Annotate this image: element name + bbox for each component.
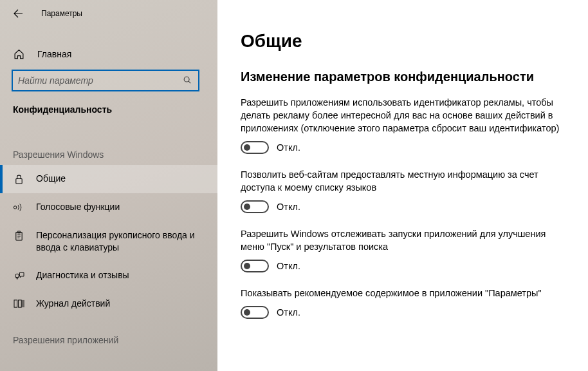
toggle-state-label: Откл. [277, 142, 300, 153]
toggle-language-list[interactable] [241, 200, 269, 213]
svg-rect-11 [18, 300, 21, 307]
svg-rect-2 [15, 178, 21, 184]
toggle-row: Откл. [241, 306, 570, 319]
search-icon [183, 75, 193, 86]
sidebar-item-diagnostics[interactable]: Диагностика и отзывы [0, 262, 217, 290]
back-arrow-icon [13, 8, 23, 19]
search-input[interactable] [18, 75, 183, 86]
toggle-knob [244, 263, 250, 269]
group-permissions-apps: Разрешения приложений [0, 318, 217, 350]
group-permissions-windows: Разрешения Windows [0, 138, 217, 165]
page-title: Общие [241, 31, 570, 52]
sidebar-item-inking[interactable]: Персонализация рукописного ввода и ввода… [0, 222, 217, 262]
svg-rect-10 [14, 300, 17, 307]
sidebar-item-label: Голосовые функции [36, 201, 211, 213]
lock-icon [13, 173, 24, 185]
toggle-row: Откл. [241, 141, 570, 154]
toggle-app-launch-tracking[interactable] [241, 260, 269, 272]
toggle-row: Откл. [241, 260, 570, 272]
svg-line-1 [188, 81, 190, 83]
sidebar-item-label: Журнал действий [36, 298, 211, 310]
toggle-advertising-id[interactable] [241, 141, 269, 154]
setting-desc: Разрешить приложениям использовать идент… [241, 96, 569, 135]
setting-language-list: Позволить веб-сайтам предоставлять местн… [241, 168, 570, 213]
topbar: Параметры [0, 0, 217, 27]
toggle-row: Откл. [241, 200, 570, 213]
setting-desc: Показывать рекомендуемое содержимое в пр… [241, 287, 569, 300]
nav-home[interactable]: Главная [0, 41, 217, 67]
sidebar: Параметры Главная [0, 0, 217, 371]
main-panel: Общие Изменение параметров конфиденциаль… [217, 0, 588, 371]
search-wrap [12, 70, 199, 91]
svg-point-0 [184, 77, 189, 82]
sidebar-item-activity-history[interactable]: Журнал действий [0, 290, 217, 318]
activity-history-icon [13, 298, 24, 310]
svg-point-3 [14, 206, 17, 209]
nav-home-label: Главная [37, 49, 71, 59]
toggle-state-label: Откл. [277, 261, 300, 271]
toggle-knob [244, 144, 250, 151]
home-icon [13, 48, 24, 60]
setting-app-launch-tracking: Разрешить Windows отслеживать запуски пр… [241, 227, 570, 272]
setting-desc: Разрешить Windows отслеживать запуски пр… [241, 227, 569, 253]
back-button[interactable] [9, 5, 27, 23]
clipboard-icon [13, 230, 24, 242]
window-title: Параметры [41, 9, 82, 18]
nav: Главная Конфиденциальность Разрешения Wi… [0, 41, 217, 350]
feedback-icon [13, 270, 24, 281]
toggle-state-label: Откл. [277, 307, 300, 318]
svg-point-9 [15, 274, 19, 278]
sidebar-item-label: Персонализация рукописного ввода и ввода… [36, 229, 211, 254]
setting-suggested-content: Показывать рекомендуемое содержимое в пр… [241, 287, 570, 319]
sidebar-item-label: Общие [36, 173, 211, 185]
search-box[interactable] [12, 70, 199, 91]
setting-advertising-id: Разрешить приложениям использовать идент… [241, 96, 570, 154]
category-label: Конфиденциальность [0, 91, 217, 115]
page-subtitle: Изменение параметров конфиденциальности [241, 70, 570, 84]
settings-app: Параметры Главная [0, 0, 588, 371]
sidebar-item-general[interactable]: Общие [0, 165, 217, 193]
sidebar-items: Общие Голосовые функции [0, 165, 217, 318]
speech-icon [13, 202, 24, 213]
toggle-knob [244, 204, 250, 210]
toggle-knob [244, 309, 250, 316]
toggle-suggested-content[interactable] [241, 306, 269, 319]
sidebar-item-label: Диагностика и отзывы [36, 269, 211, 281]
sidebar-item-speech[interactable]: Голосовые функции [0, 193, 217, 222]
setting-desc: Позволить веб-сайтам предоставлять местн… [241, 168, 569, 194]
toggle-state-label: Откл. [277, 202, 300, 212]
